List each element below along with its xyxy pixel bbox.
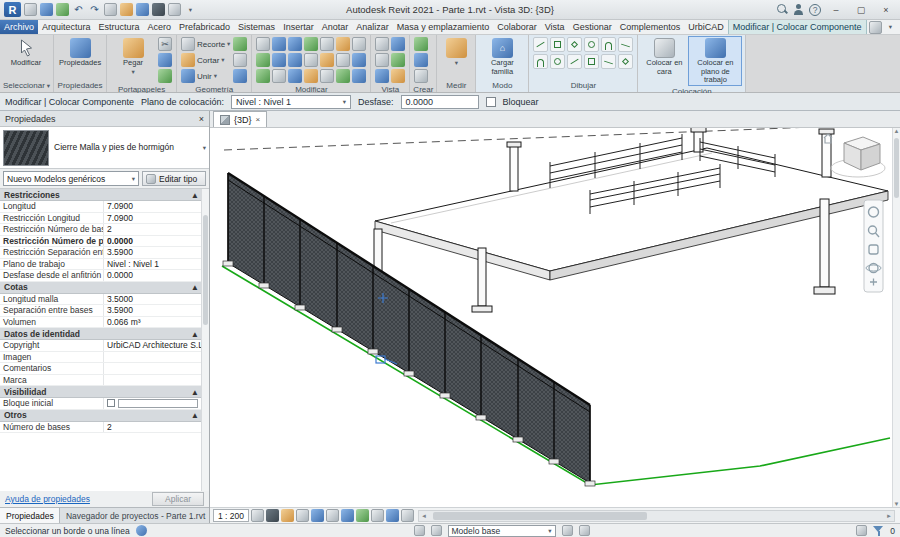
tab-insertar[interactable]: Insertar [279,20,318,34]
tab-acero[interactable]: Acero [144,20,176,34]
constraints-icon[interactable] [401,509,414,522]
create-similar-icon[interactable] [414,37,428,51]
edit-family-icon[interactable] [336,69,350,83]
paint-icon[interactable] [233,37,247,51]
draw-fillet-arc-icon[interactable] [533,54,548,69]
hide-elements-icon[interactable] [375,53,389,67]
tab-gestionar[interactable]: Gestionar [569,20,616,34]
bloque-inicial-checkbox[interactable] [107,399,115,407]
draw-arc-icon[interactable] [601,37,616,52]
filter-select[interactable]: Nuevo Modelos genéricos▾ [3,171,139,186]
tab-properties-panel[interactable]: Propiedades [0,508,60,523]
tab-arquitectura[interactable]: Arquitectura [38,20,95,34]
draw-pick-face-icon[interactable] [584,54,599,69]
lock-checkbox[interactable] [486,97,496,107]
trim-extend-icon[interactable] [336,37,350,51]
unjoin-icon[interactable] [304,69,318,83]
scroll-up-icon[interactable]: ▲ [894,128,900,134]
tab-prefabricado[interactable]: Prefabricado [175,20,234,34]
panel-label-propiedades[interactable]: Propiedades [54,79,106,92]
tab-sistemas[interactable]: Sistemas [234,20,279,34]
modify-button[interactable]: Modificar [4,37,48,68]
tab-project-browser[interactable]: Navegador de proyectos - Parte 1.rvt [60,508,209,523]
visual-style-icon[interactable] [266,509,279,522]
tag-icon[interactable] [136,3,149,16]
design-option-select[interactable]: Modelo base ▾ [448,525,556,537]
show-crop-region-icon[interactable] [326,509,339,522]
panel-label-medir[interactable]: Medir [437,79,475,92]
split-gap-icon[interactable] [336,53,350,67]
sync-icon[interactable] [56,3,69,16]
save-icon[interactable] [40,3,53,16]
rotate-icon[interactable] [304,37,318,51]
tab-modificar-colocar-componente[interactable]: Modificar | Colocar Componente [728,20,867,34]
help-icon[interactable]: ? [809,4,821,16]
offset-input[interactable]: 0.0000 [401,95,479,109]
draw-pick-line-icon[interactable] [567,54,582,69]
close-hidden-windows-icon[interactable] [391,37,405,51]
panel-label-seleccionar[interactable]: Seleccionar▾ [0,79,53,92]
maximize-button[interactable]: ▢ [851,2,871,18]
tab-analizar[interactable]: Analizar [352,20,393,34]
draw-polygon-icon[interactable] [567,37,582,52]
analytical-model-icon[interactable] [386,509,399,522]
apply-button[interactable]: Aplicar [152,492,204,506]
design-options-icon[interactable] [431,525,442,536]
cut-to-clipboard-icon[interactable]: ✂ [158,37,172,51]
background-processes-icon[interactable] [856,525,867,536]
demolish-icon[interactable] [233,53,247,67]
revit-logo-icon[interactable]: R [4,2,21,17]
match-type-icon[interactable] [158,69,172,83]
qat-customize-icon[interactable]: ▾ [184,3,197,16]
view-tab-close-icon[interactable]: × [256,115,261,124]
mirror-line-icon[interactable] [288,53,302,67]
edit-type-button[interactable]: Editar tipo [142,171,206,186]
cope-button[interactable]: Recorte▾ [181,37,230,51]
split-icon[interactable] [352,37,366,51]
properties-close-icon[interactable]: × [199,114,204,124]
cut-profile-icon[interactable] [320,69,334,83]
properties-toggle-button[interactable]: Propiedades [58,37,102,68]
panel-label-modo[interactable]: Modo [476,79,528,92]
scroll-right-icon[interactable]: ► [884,513,894,519]
type-preview-row[interactable]: Cierre Malla y pies de hormigón ▾ [0,127,209,169]
properties-scrollbar[interactable] [201,189,209,491]
reveal-hidden-elements-icon[interactable] [356,509,369,522]
ribbon-options-icon[interactable]: ▾ [884,21,897,34]
join-icon[interactable] [288,69,302,83]
account-icon[interactable] [793,4,804,15]
align-icon[interactable] [256,37,270,51]
tab-masa-emplazamiento[interactable]: Masa y emplazamiento [393,20,494,34]
print-icon[interactable] [104,3,117,16]
worksets-icon[interactable] [414,525,425,536]
open-icon[interactable] [24,3,37,16]
scale-icon[interactable] [320,53,334,67]
default-3d-view-icon[interactable] [152,3,165,16]
close-button[interactable]: × [876,2,896,18]
move-icon[interactable] [272,37,286,51]
copy-icon[interactable] [288,37,302,51]
pin-icon[interactable] [352,53,366,67]
array-icon[interactable] [304,53,318,67]
ribbon-display-toggle-icon[interactable] [869,21,882,34]
crop-view-icon[interactable] [311,509,324,522]
selection-filter-icon[interactable] [873,526,884,536]
measure-button[interactable]: ▾ [441,37,471,66]
section-restricciones[interactable]: Restricciones▴ [0,189,201,201]
reveal-hidden-icon[interactable] [391,53,405,67]
section-datos-identidad[interactable]: Datos de identidad▴ [0,328,201,340]
place-on-face-button[interactable]: Colocar en cara [642,37,686,76]
value-field[interactable] [118,399,198,408]
exclude-options-icon[interactable] [562,525,573,536]
tab-urbicad[interactable]: UrbiCAD [684,20,728,34]
drawing-canvas[interactable] [210,128,892,507]
copy-to-clipboard-icon[interactable] [158,53,172,67]
worksharing-status-icon[interactable] [136,525,147,536]
minimize-button[interactable]: – [826,2,846,18]
undo-icon[interactable]: ↶ [72,3,85,16]
draw-line-icon[interactable] [533,37,548,52]
temporary-view-properties-icon[interactable] [371,509,384,522]
viewcube[interactable] [824,134,885,177]
temporary-hide-icon[interactable] [341,509,354,522]
create-parts-icon[interactable] [352,69,366,83]
